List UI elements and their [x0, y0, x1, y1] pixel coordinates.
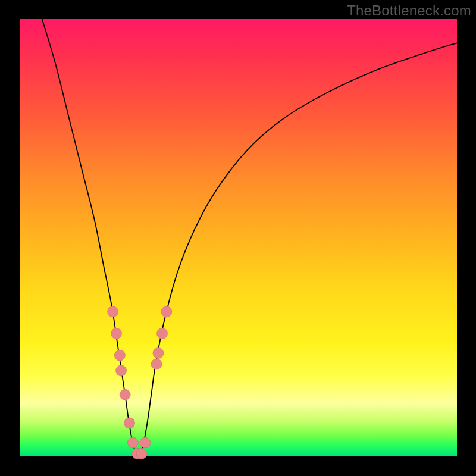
- data-marker: [120, 389, 130, 400]
- chart-frame: TheBottleneck.com: [0, 0, 476, 476]
- data-marker: [157, 328, 168, 339]
- marker-group: [108, 306, 172, 459]
- data-marker: [153, 348, 164, 359]
- data-marker: [124, 418, 135, 428]
- watermark-text: TheBottleneck.com: [347, 2, 471, 19]
- data-marker: [136, 448, 147, 459]
- data-marker: [114, 350, 125, 361]
- bottleneck-curve: [42, 19, 457, 456]
- data-marker: [127, 437, 138, 448]
- data-marker: [140, 437, 151, 448]
- data-marker: [108, 306, 118, 317]
- plot-area: [20, 19, 457, 456]
- data-marker: [161, 306, 172, 317]
- chart-svg: [20, 19, 457, 456]
- data-marker: [116, 365, 127, 376]
- data-marker: [111, 328, 121, 339]
- data-marker: [151, 359, 162, 369]
